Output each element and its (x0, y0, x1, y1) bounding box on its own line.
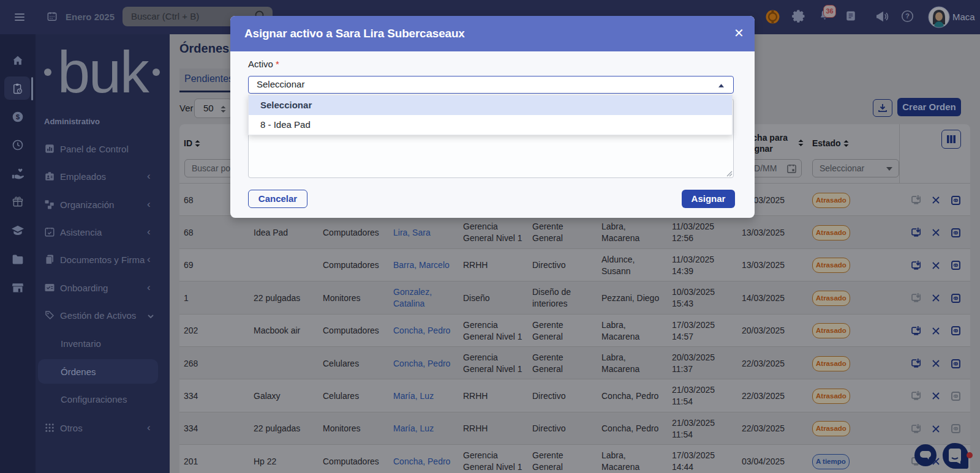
svg-text:$: $ (16, 113, 20, 121)
svg-text:?: ? (905, 12, 910, 20)
